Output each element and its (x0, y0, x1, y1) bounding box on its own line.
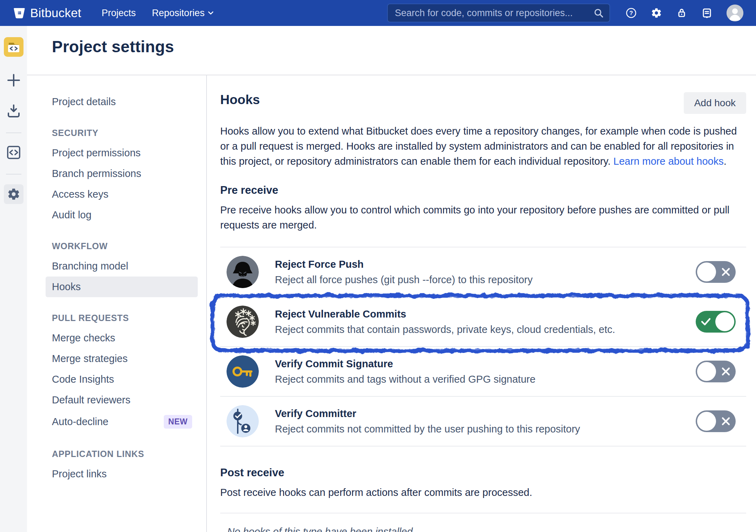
nav-repositories[interactable]: Repositories (152, 8, 214, 19)
learn-more-link[interactable]: Learn more about hooks (613, 156, 723, 167)
hook-name: Verify Committer (275, 408, 580, 420)
pre-receive-hook-list: Reject Force Push Reject all force pushe… (220, 247, 746, 446)
code-icon (6, 145, 21, 160)
nav-projects[interactable]: Projects (102, 8, 136, 19)
hook-row-reject-vulnerable-commits-highlighted: Reject Vulnerable Commits Reject commits… (220, 297, 746, 347)
toggle-x-icon (721, 417, 730, 426)
clone-download-button[interactable] (6, 104, 21, 118)
post-receive-description: Post receive hooks can perform actions a… (220, 485, 746, 500)
sidenav-item-project-details[interactable]: Project details (52, 91, 198, 112)
rail-divider (6, 174, 21, 175)
hook-toggle-off[interactable] (696, 361, 736, 382)
content-title: Hooks (220, 92, 260, 108)
help-icon[interactable]: ? (626, 7, 637, 19)
sidenav-item-merge-checks[interactable]: Merge checks (52, 328, 198, 348)
sidenav-item-project-links[interactable]: Project links (52, 464, 198, 484)
darth-vader-avatar (227, 256, 259, 288)
settings-gear-icon (7, 187, 20, 201)
toggle-knob (697, 412, 716, 431)
rail-divider (6, 132, 21, 133)
download-icon (6, 104, 21, 118)
key-avatar (227, 355, 259, 388)
topbar-icon-group: ? (626, 5, 743, 21)
post-receive-heading: Post receive (220, 466, 746, 479)
plus-icon (6, 73, 21, 88)
lock-icon[interactable] (676, 7, 687, 19)
svg-text:?: ? (629, 10, 633, 16)
sidenav-section-application-links: APPLICATION LINKS (52, 444, 198, 464)
pre-receive-description: Pre receive hooks allow you to control w… (220, 203, 746, 233)
hook-row-verify-commit-signature: Verify Commit Signature Reject commits a… (220, 347, 746, 397)
bitbucket-bucket-icon (13, 6, 26, 20)
top-nav-links: Projects Repositories (102, 8, 214, 19)
pre-receive-heading: Pre receive (220, 184, 746, 197)
hook-toggle-off[interactable] (696, 261, 736, 283)
hook-row-verify-committer: Verify Committer Reject commits not comm… (220, 397, 746, 446)
create-button[interactable] (6, 73, 21, 88)
commit-graph-avatar (227, 405, 259, 437)
post-receive-empty-message: No hooks of this type have been installe… (220, 526, 746, 532)
hook-toggle-off[interactable] (696, 410, 736, 432)
sidenav-section-workflow: WORKFLOW (52, 237, 198, 256)
toggle-knob (715, 312, 734, 331)
hook-name: Verify Commit Signature (275, 358, 535, 370)
hook-description: Reject all force pushes (git push --forc… (275, 274, 533, 286)
post-receive-divider (220, 513, 746, 513)
sidenav-item-hooks-selected[interactable]: Hooks (46, 277, 198, 297)
bitbucket-project-settings-screen: Bitbucket Projects Repositories ? (0, 0, 756, 532)
sidenav-item-default-reviewers[interactable]: Default reviewers (52, 390, 198, 410)
sidenav-section-security: SECURITY (52, 123, 198, 143)
new-badge: NEW (164, 415, 192, 429)
user-avatar[interactable] (727, 5, 743, 21)
hook-name: Reject Vulnerable Commits (275, 308, 615, 320)
top-navigation-bar: Bitbucket Projects Repositories ? (0, 0, 756, 26)
sidenav-item-merge-strategies[interactable]: Merge strategies (52, 348, 198, 369)
sidenav-item-branching-model[interactable]: Branching model (52, 256, 198, 277)
sidenav-item-auto-decline[interactable]: Auto-decline NEW (52, 410, 198, 433)
toggle-x-icon (721, 267, 730, 277)
chevron-down-icon (208, 11, 214, 15)
add-hook-button[interactable]: Add hook (684, 92, 746, 114)
page-header: Project settings (27, 26, 756, 75)
app-icon-rail (0, 26, 27, 532)
sidenav-item-branch-permissions[interactable]: Branch permissions (52, 163, 198, 184)
hook-description: Reject commits not committed by the user… (275, 423, 580, 435)
hook-name: Reject Force Push (275, 259, 533, 270)
hook-toggle-on[interactable] (696, 311, 736, 333)
search-input[interactable] (395, 8, 593, 19)
sidenav-item-access-keys[interactable]: Access keys (52, 184, 198, 205)
project-folder-code-icon (4, 37, 23, 57)
toggle-check-icon (701, 317, 711, 326)
hooks-intro-text: Hooks allow you to extend what Bitbucket… (220, 124, 746, 169)
source-code-button[interactable] (6, 145, 21, 160)
settings-gear-icon[interactable] (651, 7, 662, 19)
search-icon[interactable] (593, 8, 604, 18)
hook-description: Reject commits that contain passwords, p… (275, 324, 615, 335)
toggle-x-icon (721, 367, 730, 376)
settings-side-nav: Project details SECURITY Project permiss… (27, 75, 206, 532)
toggle-knob (697, 262, 716, 281)
feedback-icon[interactable] (701, 7, 713, 19)
sidenav-item-project-permissions[interactable]: Project permissions (52, 143, 198, 163)
project-avatar-tile[interactable] (4, 37, 23, 57)
hooks-settings-content: Hooks Add hook Hooks allow you to extend… (207, 75, 756, 532)
hook-description: Reject commits and tags without a verifi… (275, 374, 535, 385)
face-with-stars-avatar (227, 306, 259, 338)
sidenav-item-code-insights[interactable]: Code Insights (52, 369, 198, 390)
toggle-knob (697, 362, 716, 381)
global-search[interactable] (387, 4, 610, 22)
page-title: Project settings (52, 37, 756, 56)
brand-name: Bitbucket (30, 6, 81, 20)
hook-row-reject-force-push: Reject Force Push Reject all force pushe… (220, 247, 746, 297)
project-settings-button-active[interactable] (4, 184, 23, 204)
sidenav-item-audit-log[interactable]: Audit log (52, 205, 198, 225)
bitbucket-logo[interactable]: Bitbucket (13, 6, 81, 20)
sidenav-section-pull-requests: PULL REQUESTS (52, 308, 198, 328)
